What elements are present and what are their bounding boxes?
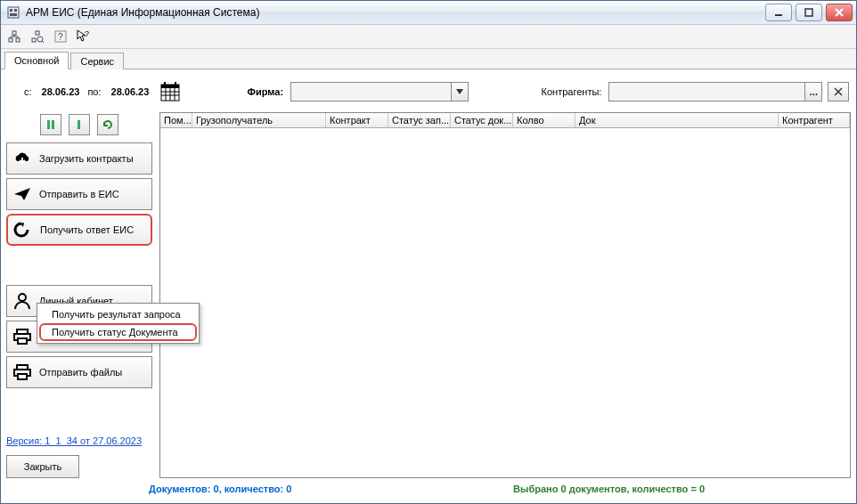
svg-rect-25 [175, 82, 176, 85]
version-link[interactable]: Версия: 1_1_34 от 27.06.2023 [6, 434, 152, 448]
help-icon: ? [54, 30, 67, 43]
body-split: Загрузить контракты Отправить в ЕИС Полу… [6, 112, 851, 478]
content: с: 28.06.23 по: 28.06.23 Фирма: [1, 69, 856, 503]
col-mark[interactable]: Пом... [160, 113, 192, 127]
calendar-button[interactable] [157, 78, 184, 105]
col-doc[interactable]: Док [575, 113, 779, 127]
column-icon [73, 118, 86, 131]
app-window: АРМ ЕИС (Единая Информационная Система) … [0, 0, 857, 504]
ctx-get-request-result[interactable]: Получить результат запроса [39, 305, 197, 323]
tabstrip: Основной Сервис [1, 49, 856, 69]
cursor-help-icon: ? [77, 29, 91, 44]
date-to-value[interactable]: 28.06.23 [109, 85, 152, 99]
svg-rect-15 [36, 31, 39, 35]
firma-value [291, 83, 451, 101]
close-std-button[interactable]: Закрыть [6, 455, 79, 478]
svg-rect-34 [52, 120, 54, 129]
left-panel: Загрузить контракты Отправить в ЕИС Полу… [6, 112, 152, 478]
col-reqstatus[interactable]: Статус зап... [388, 113, 451, 127]
hierarchy-find-icon [31, 30, 44, 43]
svg-rect-3 [10, 13, 17, 16]
svg-rect-35 [78, 120, 80, 129]
calendar-icon [159, 81, 181, 102]
date-from-value[interactable]: 28.06.23 [39, 85, 83, 99]
svg-line-18 [42, 41, 44, 43]
col-consignee[interactable]: Грузополучатель [192, 113, 326, 127]
mini-btn-2[interactable] [69, 114, 90, 135]
mini-btn-3[interactable] [97, 114, 118, 135]
status-docs: Документов: 0, количество: 0 [149, 484, 291, 494]
titlebar: АРМ ЕИС (Единая Информационная Система) [1, 1, 856, 25]
get-answer-label: Получить ответ ЕИС [40, 224, 145, 235]
tab-main[interactable]: Основной [4, 52, 69, 69]
refresh-icon [102, 118, 114, 131]
col-kagent[interactable]: Контрагент [779, 113, 850, 127]
svg-rect-16 [32, 38, 36, 42]
printer-icon [12, 364, 32, 380]
context-menu: Получить результат запроса Получить стат… [37, 303, 200, 344]
svg-rect-1 [10, 9, 12, 12]
status-selected: Выбрано 0 документов, количество = 0 [513, 484, 705, 494]
col-docstatus[interactable]: Статус док... [451, 113, 513, 127]
col-contract[interactable]: Контракт [326, 113, 388, 127]
send-files-button[interactable]: Отправить файлы [6, 356, 152, 388]
hierarchy-icon [8, 30, 20, 43]
svg-rect-5 [805, 9, 812, 16]
kagent-clear-button[interactable] [828, 82, 849, 102]
toolbar-btn-whatsthis[interactable]: ? [74, 27, 94, 46]
status-row: Документов: 0, количество: 0 Выбрано 0 д… [6, 482, 851, 498]
grid-body[interactable] [160, 128, 850, 477]
toolbar-btn-help[interactable]: ? [51, 27, 70, 46]
app-icon [6, 5, 20, 20]
toolbar-btn-2[interactable] [28, 27, 47, 46]
load-contracts-button[interactable]: Загрузить контракты [6, 142, 152, 175]
minimize-button[interactable] [765, 4, 792, 21]
ctx-get-doc-status[interactable]: Получить статус Документа [39, 323, 197, 341]
svg-rect-39 [18, 338, 27, 344]
printer-icon [12, 329, 32, 345]
svg-rect-10 [16, 38, 20, 42]
get-answer-button[interactable]: Получить ответ ЕИС [6, 214, 152, 246]
svg-rect-42 [18, 374, 27, 379]
col-qty[interactable]: Колво [513, 113, 575, 127]
toolbar-btn-1[interactable] [4, 27, 24, 46]
maximize-button[interactable] [796, 4, 822, 21]
cloud-download-icon [12, 150, 32, 167]
grid-header: Пом... Грузополучатель Контракт Статус з… [160, 113, 850, 128]
filter-row: с: 28.06.23 по: 28.06.23 Фирма: [6, 75, 851, 109]
svg-rect-0 [8, 7, 19, 18]
kagent-combo[interactable]: … [608, 82, 822, 102]
x-icon [834, 87, 843, 96]
svg-text:?: ? [85, 29, 89, 38]
close-button[interactable] [826, 4, 853, 21]
tab-service[interactable]: Сервис [70, 53, 124, 69]
chevron-down-icon [456, 88, 463, 95]
date-from-label: с: [24, 86, 32, 97]
grid[interactable]: Пом... Грузополучатель Контракт Статус з… [159, 112, 851, 478]
date-to-label: по: [87, 86, 101, 97]
window-title: АРМ ЕИС (Единая Информационная Система) [26, 6, 765, 19]
send-eis-label: Отправить в ЕИС [39, 189, 146, 199]
grid-wrap: Пом... Грузополучатель Контракт Статус з… [159, 112, 851, 478]
svg-rect-24 [164, 82, 166, 85]
toggle-icon [45, 118, 57, 131]
svg-rect-33 [47, 120, 50, 129]
kagent-browse-button[interactable]: … [804, 83, 821, 101]
firma-combo[interactable] [290, 82, 469, 102]
firma-dropdown-button[interactable] [451, 83, 468, 101]
svg-text:?: ? [58, 32, 63, 42]
svg-rect-2 [14, 9, 17, 12]
user-icon [12, 292, 32, 310]
send-eis-button[interactable]: Отправить в ЕИС [6, 178, 152, 210]
svg-rect-8 [12, 31, 16, 35]
kagent-value [609, 83, 804, 101]
toolbar: ? ? [1, 25, 856, 49]
kagent-label: Контрагенты: [542, 86, 602, 97]
window-buttons [765, 4, 853, 21]
send-files-label: Отправить файлы [39, 367, 146, 378]
svg-rect-9 [9, 38, 12, 42]
send-icon [12, 186, 32, 202]
load-contracts-label: Загрузить контракты [39, 153, 146, 164]
firma-label: Фирма: [248, 86, 284, 97]
mini-btn-1[interactable] [40, 114, 61, 135]
